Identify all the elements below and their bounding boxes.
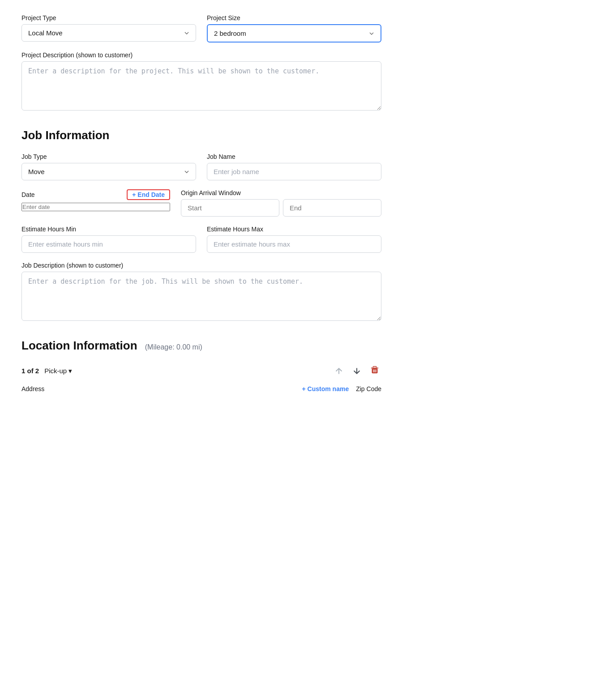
job-name-label: Job Name [207, 153, 381, 160]
project-type-select[interactable]: Local Move [21, 24, 196, 42]
project-type-group: Project Type Local Move [21, 14, 196, 43]
job-description-textarea[interactable] [21, 272, 381, 321]
arrival-label: Origin Arrival Window [181, 189, 381, 196]
date-label: Date [21, 191, 35, 198]
pickup-type-dropdown[interactable]: Pick-up ▾ [44, 367, 72, 375]
mileage-text: (Mileage: 0.00 mi) [145, 343, 202, 351]
job-type-group: Job Type Move [21, 153, 196, 180]
arrival-start-input[interactable] [181, 199, 279, 217]
project-description-textarea[interactable] [21, 61, 381, 111]
arrow-down-icon [352, 366, 362, 376]
date-input[interactable] [21, 203, 170, 211]
estimate-hours-min-group: Estimate Hours Min [21, 226, 196, 253]
job-section-title: Job Information [21, 128, 381, 142]
job-description-label: Job Description (shown to customer) [21, 262, 381, 269]
project-size-select[interactable]: 2 bedroom Studio 1 bedroom 3 bedroom 4 b… [207, 24, 381, 43]
location-actions [332, 363, 381, 378]
location-section-title: Location Information (Mileage: 0.00 mi) [21, 339, 381, 353]
move-up-button[interactable] [332, 364, 346, 378]
project-description-label: Project Description (shown to customer) [21, 51, 381, 59]
address-label: Address [21, 385, 44, 392]
arrival-window-group: Origin Arrival Window [181, 189, 381, 217]
arrival-end-input[interactable] [283, 199, 381, 217]
arrow-up-icon [334, 366, 344, 376]
project-type-label: Project Type [21, 14, 196, 21]
date-group: Date + End Date [21, 189, 170, 217]
address-row: Address + Custom name Zip Code [21, 385, 381, 392]
job-type-select[interactable]: Move [21, 163, 196, 180]
location-header: 1 of 2 Pick-up ▾ [21, 363, 381, 378]
estimate-hours-max-group: Estimate Hours Max [207, 226, 381, 253]
pickup-type-label: Pick-up [44, 367, 67, 375]
end-date-button[interactable]: + End Date [127, 189, 170, 200]
job-name-group: Job Name [207, 153, 381, 180]
delete-location-button[interactable] [368, 363, 381, 378]
estimate-hours-max-input[interactable] [207, 235, 381, 253]
project-size-group: Project Size 2 bedroom Studio 1 bedroom … [207, 14, 381, 43]
project-description-group: Project Description (shown to customer) [21, 51, 381, 111]
location-counter: 1 of 2 [21, 367, 39, 375]
job-name-input[interactable] [207, 163, 381, 180]
job-type-label: Job Type [21, 153, 196, 160]
estimate-hours-min-input[interactable] [21, 235, 196, 253]
custom-name-button[interactable]: + Custom name [302, 385, 349, 392]
svg-rect-0 [371, 368, 379, 369]
estimate-hours-min-label: Estimate Hours Min [21, 226, 196, 233]
project-size-label: Project Size [207, 14, 381, 21]
estimate-hours-max-label: Estimate Hours Max [207, 226, 381, 233]
pickup-chevron-icon: ▾ [68, 367, 72, 375]
job-description-group: Job Description (shown to customer) [21, 262, 381, 321]
move-down-button[interactable] [350, 364, 364, 378]
zip-code-label: Zip Code [356, 385, 381, 392]
